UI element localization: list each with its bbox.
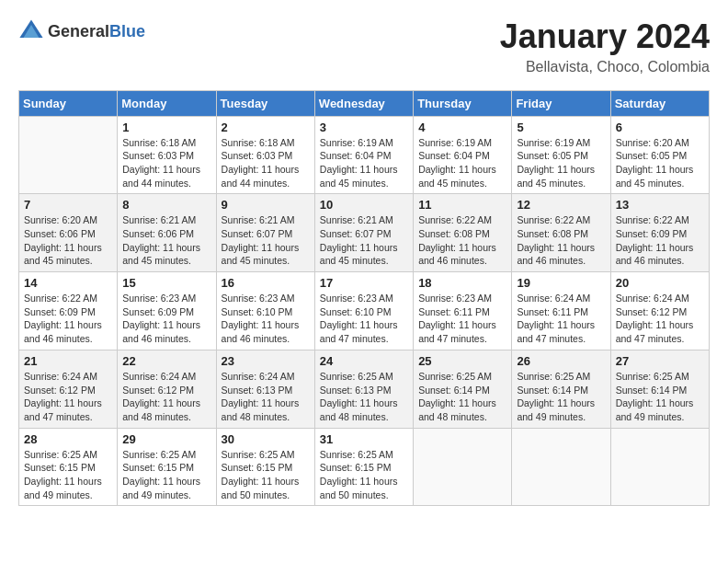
day-number: 3: [320, 121, 408, 134]
day-of-week-header: Tuesday: [216, 90, 314, 116]
day-number: 19: [517, 276, 605, 290]
calendar-table: SundayMondayTuesdayWednesdayThursdayFrid…: [18, 90, 710, 507]
day-info: Sunrise: 6:25 AMSunset: 6:15 PMDaylight:…: [122, 448, 210, 502]
day-info: Sunrise: 6:23 AMSunset: 6:11 PMDaylight:…: [418, 292, 506, 346]
day-number: 28: [24, 432, 112, 446]
calendar-cell: 2Sunrise: 6:18 AMSunset: 6:03 PMDaylight…: [216, 116, 314, 194]
calendar-cell: [610, 428, 709, 506]
day-info: Sunrise: 6:24 AMSunset: 6:13 PMDaylight:…: [222, 370, 310, 424]
calendar-subtitle: Bellavista, Choco, Colombia: [500, 59, 710, 75]
calendar-cell: 29Sunrise: 6:25 AMSunset: 6:15 PMDayligh…: [118, 428, 216, 506]
page-header: General Blue January 2024 Bellavista, Ch…: [18, 18, 710, 75]
calendar-cell: 28Sunrise: 6:25 AMSunset: 6:15 PMDayligh…: [19, 428, 118, 506]
calendar-cell: 25Sunrise: 6:25 AMSunset: 6:14 PMDayligh…: [414, 350, 512, 428]
day-number: 17: [320, 276, 408, 290]
calendar-cell: 17Sunrise: 6:23 AMSunset: 6:10 PMDayligh…: [314, 272, 413, 350]
day-info: Sunrise: 6:25 AMSunset: 6:14 PMDaylight:…: [616, 370, 704, 424]
day-number: 7: [24, 198, 112, 212]
day-info: Sunrise: 6:21 AMSunset: 6:07 PMDaylight:…: [222, 213, 310, 268]
day-of-week-header: Friday: [512, 90, 610, 116]
day-info: Sunrise: 6:20 AMSunset: 6:05 PMDaylight:…: [616, 136, 704, 190]
calendar-cell: 20Sunrise: 6:24 AMSunset: 6:12 PMDayligh…: [610, 272, 709, 350]
day-number: 26: [517, 354, 605, 368]
calendar-cell: 1Sunrise: 6:18 AMSunset: 6:03 PMDaylight…: [118, 116, 216, 194]
calendar-cell: 23Sunrise: 6:24 AMSunset: 6:13 PMDayligh…: [216, 350, 314, 428]
calendar-cell: 11Sunrise: 6:22 AMSunset: 6:08 PMDayligh…: [414, 194, 512, 272]
day-number: 20: [616, 276, 704, 290]
day-info: Sunrise: 6:18 AMSunset: 6:03 PMDaylight:…: [222, 136, 310, 190]
calendar-cell: 22Sunrise: 6:24 AMSunset: 6:12 PMDayligh…: [118, 350, 216, 428]
day-info: Sunrise: 6:25 AMSunset: 6:14 PMDaylight:…: [517, 370, 605, 424]
day-info: Sunrise: 6:25 AMSunset: 6:13 PMDaylight:…: [320, 370, 408, 424]
calendar-cell: [512, 428, 610, 506]
calendar-cell: 6Sunrise: 6:20 AMSunset: 6:05 PMDaylight…: [610, 116, 709, 194]
day-info: Sunrise: 6:25 AMSunset: 6:15 PMDaylight:…: [222, 448, 310, 502]
calendar-cell: 9Sunrise: 6:21 AMSunset: 6:07 PMDaylight…: [216, 194, 314, 272]
day-of-week-header: Monday: [118, 90, 216, 116]
logo: General Blue: [18, 18, 145, 44]
day-info: Sunrise: 6:20 AMSunset: 6:06 PMDaylight:…: [24, 213, 112, 268]
logo-icon: [18, 18, 44, 44]
day-number: 5: [517, 121, 605, 134]
day-number: 15: [122, 276, 210, 290]
title-block: January 2024 Bellavista, Choco, Colombia: [500, 18, 710, 75]
day-number: 30: [222, 432, 310, 446]
day-number: 9: [222, 198, 310, 212]
day-info: Sunrise: 6:18 AMSunset: 6:03 PMDaylight:…: [122, 136, 210, 190]
day-info: Sunrise: 6:24 AMSunset: 6:12 PMDaylight:…: [24, 370, 112, 424]
logo-general-text: General: [48, 22, 109, 41]
calendar-cell: 27Sunrise: 6:25 AMSunset: 6:14 PMDayligh…: [610, 350, 709, 428]
day-info: Sunrise: 6:24 AMSunset: 6:11 PMDaylight:…: [517, 292, 605, 346]
day-number: 6: [616, 121, 704, 134]
calendar-cell: 3Sunrise: 6:19 AMSunset: 6:04 PMDaylight…: [314, 116, 413, 194]
calendar-cell: 8Sunrise: 6:21 AMSunset: 6:06 PMDaylight…: [118, 194, 216, 272]
day-number: 23: [222, 354, 310, 368]
day-number: 13: [616, 198, 704, 212]
day-number: 29: [122, 432, 210, 446]
calendar-cell: 31Sunrise: 6:25 AMSunset: 6:15 PMDayligh…: [314, 428, 413, 506]
day-number: 27: [616, 354, 704, 368]
day-info: Sunrise: 6:21 AMSunset: 6:06 PMDaylight:…: [122, 213, 210, 268]
day-number: 31: [320, 432, 408, 446]
day-number: 18: [418, 276, 506, 290]
day-info: Sunrise: 6:22 AMSunset: 6:08 PMDaylight:…: [517, 213, 605, 268]
day-info: Sunrise: 6:22 AMSunset: 6:09 PMDaylight:…: [24, 292, 112, 346]
day-number: 1: [122, 121, 210, 134]
day-info: Sunrise: 6:19 AMSunset: 6:04 PMDaylight:…: [320, 136, 408, 190]
day-number: 2: [222, 121, 310, 134]
day-info: Sunrise: 6:25 AMSunset: 6:14 PMDaylight:…: [418, 370, 506, 424]
calendar-cell: 30Sunrise: 6:25 AMSunset: 6:15 PMDayligh…: [216, 428, 314, 506]
day-number: 11: [418, 198, 506, 212]
calendar-cell: 18Sunrise: 6:23 AMSunset: 6:11 PMDayligh…: [414, 272, 512, 350]
day-info: Sunrise: 6:23 AMSunset: 6:10 PMDaylight:…: [320, 292, 408, 346]
logo-blue-text: Blue: [109, 22, 145, 41]
calendar-cell: 15Sunrise: 6:23 AMSunset: 6:09 PMDayligh…: [118, 272, 216, 350]
calendar-cell: 10Sunrise: 6:21 AMSunset: 6:07 PMDayligh…: [314, 194, 413, 272]
day-info: Sunrise: 6:19 AMSunset: 6:04 PMDaylight:…: [418, 136, 506, 190]
day-number: 25: [418, 354, 506, 368]
calendar-cell: 24Sunrise: 6:25 AMSunset: 6:13 PMDayligh…: [314, 350, 413, 428]
day-info: Sunrise: 6:21 AMSunset: 6:07 PMDaylight:…: [320, 213, 408, 268]
day-info: Sunrise: 6:23 AMSunset: 6:10 PMDaylight:…: [222, 292, 310, 346]
calendar-title: January 2024: [500, 18, 710, 55]
day-number: 8: [122, 198, 210, 212]
calendar-cell: 14Sunrise: 6:22 AMSunset: 6:09 PMDayligh…: [19, 272, 118, 350]
calendar-cell: [19, 116, 118, 194]
calendar-cell: [414, 428, 512, 506]
day-of-week-header: Saturday: [610, 90, 709, 116]
day-info: Sunrise: 6:24 AMSunset: 6:12 PMDaylight:…: [122, 370, 210, 424]
calendar-cell: 12Sunrise: 6:22 AMSunset: 6:08 PMDayligh…: [512, 194, 610, 272]
calendar-cell: 7Sunrise: 6:20 AMSunset: 6:06 PMDaylight…: [19, 194, 118, 272]
day-number: 4: [418, 121, 506, 134]
calendar-cell: 19Sunrise: 6:24 AMSunset: 6:11 PMDayligh…: [512, 272, 610, 350]
day-number: 14: [24, 276, 112, 290]
calendar-cell: 26Sunrise: 6:25 AMSunset: 6:14 PMDayligh…: [512, 350, 610, 428]
calendar-cell: 4Sunrise: 6:19 AMSunset: 6:04 PMDaylight…: [414, 116, 512, 194]
calendar-cell: 21Sunrise: 6:24 AMSunset: 6:12 PMDayligh…: [19, 350, 118, 428]
calendar-cell: 13Sunrise: 6:22 AMSunset: 6:09 PMDayligh…: [610, 194, 709, 272]
calendar-cell: 16Sunrise: 6:23 AMSunset: 6:10 PMDayligh…: [216, 272, 314, 350]
day-info: Sunrise: 6:19 AMSunset: 6:05 PMDaylight:…: [517, 136, 605, 190]
day-info: Sunrise: 6:22 AMSunset: 6:08 PMDaylight:…: [418, 213, 506, 268]
day-of-week-header: Wednesday: [314, 90, 413, 116]
day-number: 24: [320, 354, 408, 368]
